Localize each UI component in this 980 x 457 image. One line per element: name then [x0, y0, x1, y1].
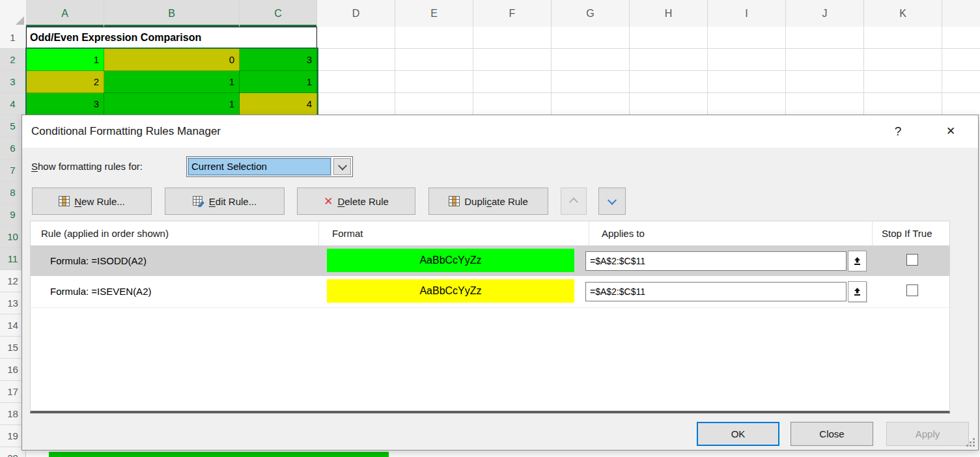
- column-header-j[interactable]: J: [786, 0, 864, 27]
- conditional-formatting-rules-manager-dialog: Conditional Formatting Rules Manager ? ✕…: [21, 115, 979, 450]
- cell-a2[interactable]: 1: [26, 49, 104, 71]
- collapse-range-button[interactable]: [848, 251, 867, 271]
- rule-row-isodd[interactable]: Formula: =ISODD(A2) AaBbCcYyZz: [31, 245, 949, 276]
- select-all-corner[interactable]: [0, 0, 27, 27]
- stop-if-true-checkbox[interactable]: [906, 284, 918, 296]
- dialog-title: Conditional Formatting Rules Manager: [31, 115, 221, 148]
- column-header-k[interactable]: K: [864, 0, 942, 27]
- row-header-2[interactable]: 2: [0, 49, 26, 71]
- rules-list: Rule (applied in order shown) Format App…: [30, 221, 950, 413]
- table-grid-pencil-icon: [193, 196, 204, 207]
- delete-rule-button[interactable]: ✕ Delete Rule: [297, 187, 415, 215]
- row-header-3[interactable]: 3: [0, 71, 26, 93]
- cell-b4[interactable]: 1: [104, 93, 240, 115]
- table-grid-icon: [449, 196, 460, 206]
- col-header-applies-to: Applies to: [589, 221, 873, 245]
- cell-b3[interactable]: 1: [104, 71, 240, 93]
- show-rules-for-dropdown[interactable]: Current Selection: [186, 156, 353, 177]
- cell-c4[interactable]: 4: [240, 93, 317, 115]
- column-header-e[interactable]: E: [395, 0, 473, 27]
- move-rule-up-button[interactable]: [561, 187, 587, 215]
- duplicate-rule-label: Duplicate Rule: [464, 196, 528, 207]
- column-header-h[interactable]: H: [630, 0, 708, 27]
- duplicate-rule-button[interactable]: Duplicate Rule: [428, 187, 548, 215]
- cell-a3[interactable]: 2: [26, 71, 104, 93]
- column-header-d[interactable]: D: [317, 0, 395, 27]
- applies-to-input[interactable]: [585, 282, 847, 301]
- cell-a4[interactable]: 3: [26, 93, 104, 115]
- column-header-c[interactable]: C: [240, 0, 317, 27]
- move-rule-down-button[interactable]: [598, 187, 626, 215]
- cell-c2[interactable]: 3: [240, 49, 317, 71]
- column-header-a[interactable]: A: [26, 0, 104, 27]
- column-header-i[interactable]: I: [708, 0, 786, 27]
- chevron-up-icon: [569, 197, 578, 206]
- cell-c3[interactable]: 1: [240, 71, 317, 93]
- sheet-grid: [317, 27, 980, 115]
- format-preview: AaBbCcYyZz: [327, 279, 574, 303]
- dropdown-button[interactable]: [333, 158, 351, 175]
- apply-button[interactable]: Apply: [886, 422, 969, 446]
- new-rule-button[interactable]: New Rule...: [32, 187, 152, 215]
- column-header-g[interactable]: G: [552, 0, 630, 27]
- close-icon[interactable]: ✕: [942, 115, 959, 148]
- col-header-stop-if-true: Stop If True: [873, 221, 949, 245]
- collapse-range-icon: [853, 256, 861, 266]
- row-header-4[interactable]: 4: [0, 93, 26, 115]
- dropdown-selected-value[interactable]: Current Selection: [188, 158, 331, 176]
- show-rules-label-mnemonic: S: [31, 161, 38, 172]
- close-button[interactable]: Close: [791, 422, 873, 446]
- red-x-icon: ✕: [324, 196, 333, 207]
- column-header-f[interactable]: F: [473, 0, 552, 27]
- help-icon[interactable]: ?: [889, 115, 906, 148]
- column-header-b[interactable]: B: [104, 0, 240, 27]
- resize-grip[interactable]: [966, 438, 975, 447]
- edit-rule-label: Edit Rule...: [209, 196, 257, 207]
- delete-rule-label: Delete Rule: [337, 196, 388, 207]
- col-header-rule: Rule (applied in order shown): [31, 221, 319, 245]
- cell-b2[interactable]: 0: [104, 49, 240, 71]
- row20-green-cells: [49, 452, 389, 457]
- chevron-down-icon: [337, 161, 346, 171]
- new-rule-label: New Rule...: [74, 196, 125, 207]
- format-preview: AaBbCcYyZz: [327, 249, 574, 272]
- show-rules-label-rest: how formatting rules for:: [38, 161, 143, 172]
- rule-description: Formula: =ISODD(A2): [50, 245, 147, 276]
- row-header-1[interactable]: 1: [0, 27, 26, 49]
- stop-if-true-checkbox[interactable]: [906, 254, 918, 266]
- row-separator: [31, 307, 949, 308]
- chevron-down-icon: [608, 196, 617, 205]
- collapse-range-icon: [853, 287, 861, 296]
- table-grid-icon: [59, 196, 70, 206]
- applies-to-input[interactable]: [585, 251, 847, 271]
- collapse-range-button[interactable]: [848, 281, 867, 302]
- col-header-format: Format: [319, 221, 589, 245]
- show-rules-for-label: Show formatting rules for:: [31, 161, 143, 172]
- ok-button[interactable]: OK: [697, 422, 779, 446]
- edit-rule-button[interactable]: Edit Rule...: [165, 187, 285, 215]
- rule-description: Formula: =ISEVEN(A2): [50, 276, 151, 307]
- rule-row-iseven[interactable]: Formula: =ISEVEN(A2) AaBbCcYyZz: [31, 276, 949, 307]
- cell-a1-title[interactable]: Odd/Even Expression Comparison: [26, 27, 317, 49]
- excel-window: A B C D E F G H I J K 1 2 3 4 5 6 7 8 9 …: [0, 0, 980, 457]
